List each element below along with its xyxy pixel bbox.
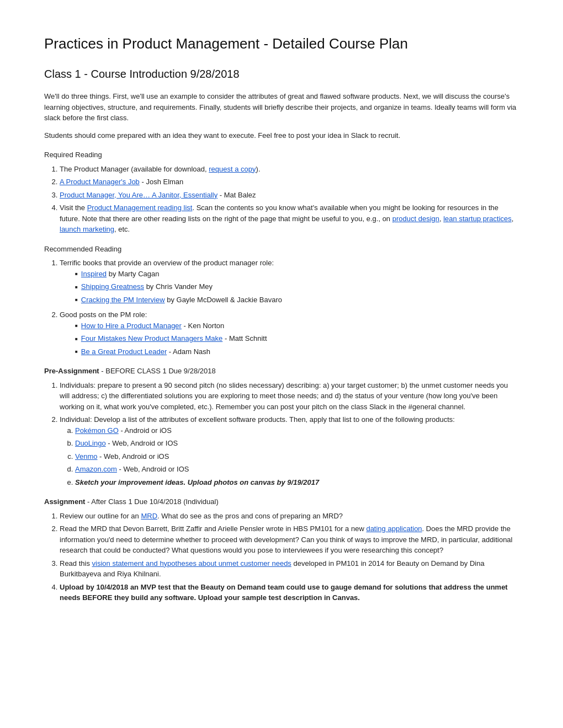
assignment-label: Assignment - After Class 1 Due 10/4/2018… (44, 496, 519, 507)
hire-pm-after: - Ken Norton (182, 322, 224, 330)
recommended-reading-section: Recommended Reading Terrific books that … (44, 244, 519, 357)
duolingo-link[interactable]: DuoLingo (75, 439, 106, 447)
dating-application-link[interactable]: dating application (366, 524, 422, 533)
list-item: Sketch your improvement ideas. Upload ph… (75, 477, 519, 488)
rec-item-1-intro: Terrific books that provide an overview … (60, 259, 274, 267)
venmo-after: - Web, Android or iOS (97, 452, 169, 461)
required-reading-section: Required Reading The Product Manager (av… (44, 149, 519, 235)
list-item: Individuals: prepare to present a 90 sec… (60, 380, 519, 413)
pokemon-go-link[interactable]: Pokémon GO (75, 426, 119, 435)
pre-item-2-sub-list: Pokémon GO - Android or iOS DuoLingo - W… (75, 425, 519, 488)
asgn-item-1-before: Review our outline for an (60, 512, 141, 520)
list-item: Pokémon GO - Android or iOS (75, 425, 519, 436)
lean-startup-link[interactable]: lean startup practices (443, 215, 512, 223)
req-item-4-comma2: , (512, 215, 514, 223)
amazon-after: - Web, Android or IOS (117, 465, 189, 473)
pre-item-1: Individuals: prepare to present a 90 sec… (60, 381, 508, 411)
rec-item-2-intro: Good posts on the PM role: (60, 311, 147, 319)
pre-assignment-section: Pre-Assignment - BEFORE CLASS 1 Due 9/28… (44, 366, 519, 488)
cracking-after: by Gayle McDowell & Jackie Bavaro (165, 296, 282, 304)
pre-assignment-date: - BEFORE CLASS 1 Due 9/28/2018 (99, 367, 216, 375)
list-item: Inspired by Marty Cagan (75, 269, 519, 280)
list-item: Cracking the PM Interview by Gayle McDow… (75, 295, 519, 306)
class-heading: Class 1 - Course Introduction 9/28/2018 (44, 66, 519, 82)
pm-reading-list-link[interactable]: Product Management reading list (87, 204, 193, 212)
list-item: Upload by 10/4/2018 an MVP test that the… (60, 582, 519, 603)
pokemon-after: - Android or iOS (119, 426, 172, 435)
mistakes-after: - Matt Schnitt (222, 334, 267, 342)
pre-assignment-list: Individuals: prepare to present a 90 sec… (60, 380, 519, 488)
inspired-after: by Marty Cagan (107, 270, 159, 278)
list-item: How to Hire a Product Manager - Ken Nort… (75, 320, 519, 331)
rec-books-list: Inspired by Marty Cagan Shipping Greatne… (75, 269, 519, 306)
cracking-pm-link[interactable]: Cracking the PM Interview (81, 296, 165, 304)
list-item: Four Mistakes New Product Managers Make … (75, 333, 519, 344)
recommended-reading-list: Terrific books that provide an overview … (60, 258, 519, 357)
mrd-link[interactable]: MRD (141, 512, 157, 520)
list-item: Venmo - Web, Android or iOS (75, 451, 519, 462)
launch-marketing-link[interactable]: launch marketing (60, 225, 114, 233)
shipping-after: by Chris Vander Mey (144, 282, 213, 291)
list-item: Be a Great Product Leader - Adam Nash (75, 346, 519, 357)
req-item-4-end: , etc. (114, 225, 130, 233)
list-item: The Product Manager (available for downl… (60, 164, 519, 175)
rec-posts-list: How to Hire a Product Manager - Ken Nort… (75, 320, 519, 357)
list-item: Terrific books that provide an overview … (60, 258, 519, 305)
list-item: Read this vision statement and hypothese… (60, 558, 519, 580)
venmo-link[interactable]: Venmo (75, 452, 97, 461)
great-product-leader-link[interactable]: Be a Great Product Leader (81, 347, 167, 356)
intro-section: We'll do three things. First, we'll use … (44, 91, 519, 141)
leader-after: - Adam Nash (167, 347, 210, 356)
req-item-1-before: The Product Manager (available for downl… (60, 165, 209, 173)
list-item: Good posts on the PM role: How to Hire a… (60, 309, 519, 357)
product-manager-job-link[interactable]: A Product Manager's Job (60, 178, 140, 186)
pre-item-2-before: Individual: Develop a list of the attrib… (60, 415, 455, 424)
req-item-3-after: - Mat Balez (217, 191, 256, 199)
list-item: Product Manager, You Are… A Janitor, Ess… (60, 190, 519, 201)
how-to-hire-pm-link[interactable]: How to Hire a Product Manager (81, 322, 182, 330)
list-item: A Product Manager's Job - Josh Elman (60, 176, 519, 188)
vision-statement-link[interactable]: vision statement and hypotheses about un… (92, 559, 291, 568)
required-reading-list: The Product Manager (available for downl… (60, 164, 519, 235)
req-item-1-after: ). (256, 165, 261, 173)
amazon-link[interactable]: Amazon.com (75, 465, 117, 473)
list-item: Read the MRD that Devon Barrett, Britt Z… (60, 523, 519, 556)
sketch-note: Sketch your improvement ideas. Upload ph… (75, 478, 319, 486)
list-item: DuoLingo - Web, Android or IOS (75, 438, 519, 449)
assignment-list: Review our outline for an MRD. What do s… (60, 511, 519, 603)
duolingo-after: - Web, Android or IOS (106, 439, 178, 447)
list-item: Shipping Greatness by Chris Vander Mey (75, 281, 519, 292)
req-item-4-before: Visit the (60, 204, 87, 212)
req-item-2-after: - Josh Elman (140, 178, 183, 186)
four-mistakes-link[interactable]: Four Mistakes New Product Managers Make (81, 334, 222, 342)
list-item: Individual: Develop a list of the attrib… (60, 414, 519, 488)
assignment-date: - After Class 1 Due 10/4/2018 (Individua… (85, 497, 218, 506)
asgn-item-3-before: Read this (60, 559, 92, 568)
pre-assignment-label: Pre-Assignment - BEFORE CLASS 1 Due 9/28… (44, 366, 519, 377)
intro-paragraph-1: We'll do three things. First, we'll use … (44, 91, 519, 124)
asgn-item-1-after: . What do see as the pros and cons of pr… (157, 512, 343, 520)
asgn-item-2-before: Read the MRD that Devon Barrett, Britt Z… (60, 524, 366, 533)
assignment-section: Assignment - After Class 1 Due 10/4/2018… (44, 496, 519, 603)
list-item: Review our outline for an MRD. What do s… (60, 511, 519, 522)
list-item: Amazon.com - Web, Android or IOS (75, 464, 519, 475)
intro-paragraph-2: Students should come prepared with an id… (44, 130, 519, 141)
shipping-greatness-link[interactable]: Shipping Greatness (81, 282, 144, 291)
product-design-link[interactable]: product design (392, 215, 439, 223)
product-manager-janitor-link[interactable]: Product Manager, You Are… A Janitor, Ess… (60, 191, 217, 199)
list-item: Visit the Product Management reading lis… (60, 202, 519, 235)
asgn-item-4-bold: Upload by 10/4/2018 an MVP test that the… (60, 583, 508, 602)
inspired-link[interactable]: Inspired (81, 270, 107, 278)
required-reading-label: Required Reading (44, 149, 519, 160)
recommended-reading-label: Recommended Reading (44, 244, 519, 255)
request-copy-link[interactable]: request a copy (209, 165, 256, 173)
page-title: Practices in Product Management - Detail… (44, 33, 519, 55)
